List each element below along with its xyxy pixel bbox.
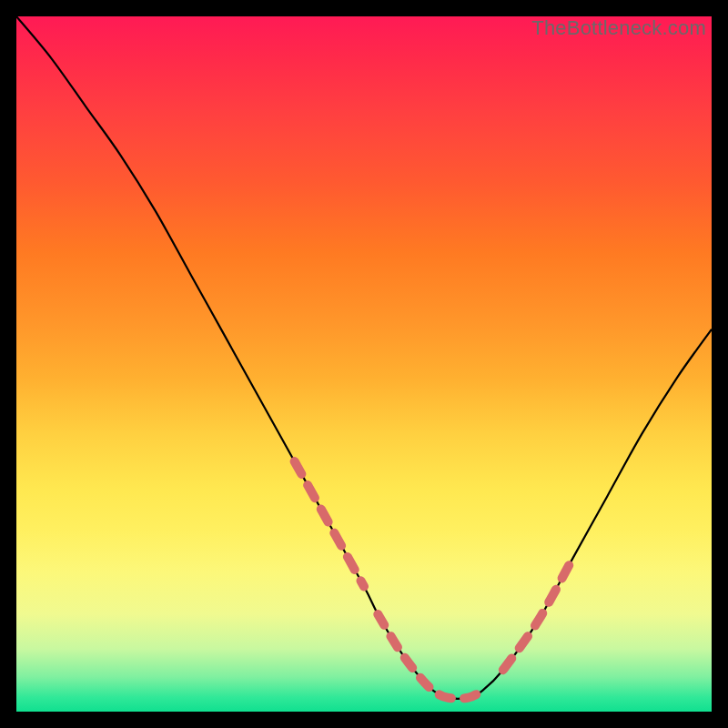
plot-area — [16, 16, 712, 712]
chart-frame: TheBottleneck.com — [16, 16, 712, 712]
dash-right-slope — [503, 559, 572, 670]
dash-bottom — [378, 614, 482, 699]
bottleneck-curve — [16, 16, 712, 699]
curve-svg — [16, 16, 712, 712]
watermark-text: TheBottleneck.com — [531, 16, 706, 40]
